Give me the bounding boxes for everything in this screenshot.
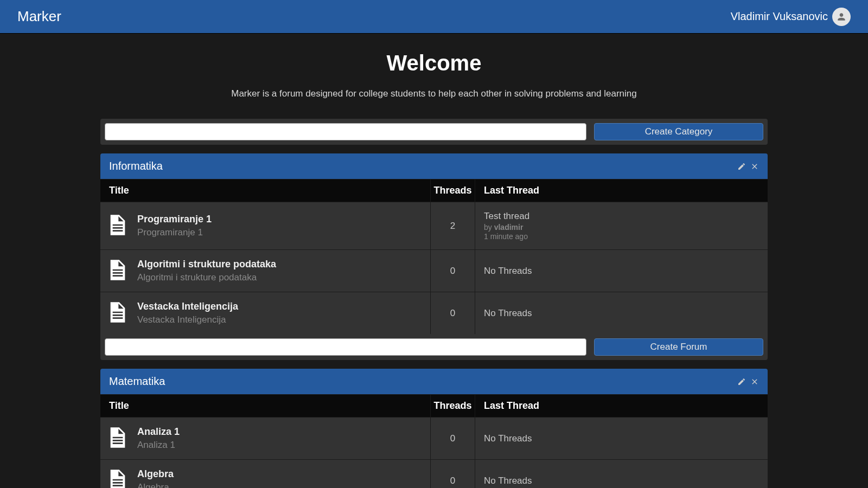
welcome-section: Welcome Marker is a forum designed for c…	[0, 34, 868, 119]
forum-row: Algebra Algebra 0 No Threads	[100, 459, 768, 488]
forum-description: Algoritmi i strukture podataka	[137, 272, 276, 283]
forum-row: Algoritmi i strukture podataka Algoritmi…	[100, 249, 768, 292]
create-forum-button[interactable]: Create Forum	[594, 338, 763, 356]
forum-link[interactable]: Analiza 1	[137, 426, 180, 438]
thread-count: 0	[430, 460, 475, 488]
column-threads: Threads	[430, 179, 475, 202]
category-block: Matematika Title Threads Last Thread	[100, 369, 768, 488]
forum-row: Vestacka Inteligencija Vestacka Intelige…	[100, 292, 768, 334]
category-header: Informatika	[100, 153, 768, 179]
pencil-icon	[737, 377, 746, 386]
content-area: Create Category Informatika Title Thread…	[90, 119, 778, 488]
document-icon	[109, 215, 126, 237]
category-name[interactable]: Informatika	[109, 160, 163, 172]
edit-category-button[interactable]	[737, 162, 746, 171]
delete-category-button[interactable]	[750, 377, 759, 386]
user-name-label: Vladimir Vuksanovic	[731, 10, 828, 23]
forum-description: Algebra	[137, 482, 174, 488]
category-block: Informatika Title Threads Last Thread	[100, 153, 768, 360]
forum-link[interactable]: Programiranje 1	[137, 214, 212, 225]
create-category-panel: Create Category	[100, 119, 768, 145]
category-name-input[interactable]	[105, 123, 586, 140]
close-icon	[750, 162, 759, 171]
close-icon	[750, 377, 759, 386]
forum-description: Vestacka Inteligencija	[137, 314, 238, 325]
table-header: Title Threads Last Thread	[100, 394, 768, 417]
thread-count: 0	[430, 292, 475, 334]
create-category-button[interactable]: Create Category	[594, 123, 763, 140]
no-threads-label: No Threads	[484, 476, 759, 486]
forum-link[interactable]: Algebra	[137, 468, 174, 480]
last-thread-title[interactable]: Test thread	[484, 211, 759, 222]
last-thread-author: by vladimir	[484, 223, 759, 232]
category-name[interactable]: Matematika	[109, 375, 165, 388]
forum-row: Programiranje 1 Programiranje 1 2 Test t…	[100, 202, 768, 249]
app-name[interactable]: Marker	[17, 8, 61, 25]
document-icon	[109, 427, 126, 450]
forum-name-input[interactable]	[105, 338, 586, 356]
avatar[interactable]	[832, 8, 851, 26]
forum-link[interactable]: Vestacka Inteligencija	[137, 301, 238, 312]
no-threads-label: No Threads	[484, 308, 759, 319]
document-icon	[109, 260, 126, 282]
column-threads: Threads	[430, 395, 475, 417]
thread-count: 2	[430, 202, 475, 249]
last-thread-time: 1 minute ago	[484, 232, 759, 241]
thread-count: 0	[430, 418, 475, 459]
person-icon	[836, 11, 847, 22]
category-header: Matematika	[100, 369, 768, 394]
column-title: Title	[100, 179, 430, 202]
column-last-thread: Last Thread	[475, 395, 768, 417]
no-threads-label: No Threads	[484, 433, 759, 444]
forum-link[interactable]: Algoritmi i strukture podataka	[137, 259, 276, 270]
no-threads-label: No Threads	[484, 266, 759, 277]
edit-category-button[interactable]	[737, 377, 746, 386]
column-title: Title	[100, 395, 430, 417]
forum-description: Programiranje 1	[137, 227, 212, 238]
main-header: Marker Vladimir Vuksanovic	[0, 0, 868, 34]
pencil-icon	[737, 162, 746, 171]
thread-count: 0	[430, 250, 475, 292]
document-icon	[109, 470, 126, 489]
page-title: Welcome	[11, 51, 857, 75]
delete-category-button[interactable]	[750, 162, 759, 171]
column-last-thread: Last Thread	[475, 179, 768, 202]
author-link[interactable]: vladimir	[494, 223, 524, 232]
table-header: Title Threads Last Thread	[100, 179, 768, 202]
document-icon	[109, 302, 126, 325]
page-subtitle: Marker is a forum designed for college s…	[11, 88, 857, 99]
forum-row: Analiza 1 Analiza 1 0 No Threads	[100, 417, 768, 459]
user-menu[interactable]: Vladimir Vuksanovic	[731, 8, 851, 26]
forum-description: Analiza 1	[137, 440, 180, 451]
